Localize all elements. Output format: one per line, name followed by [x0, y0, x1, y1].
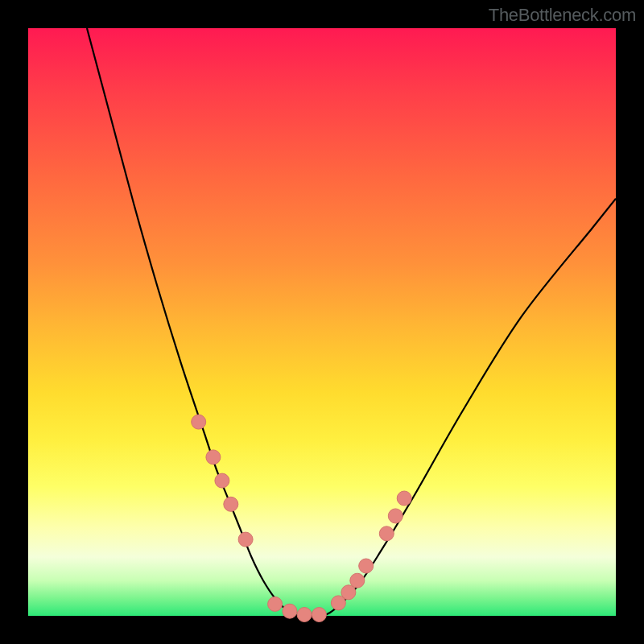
data-marker — [350, 573, 365, 588]
chart-frame: TheBottleneck.com — [0, 0, 644, 644]
data-marker — [224, 497, 238, 511]
data-markers — [192, 415, 412, 621]
data-marker — [297, 608, 312, 622]
bottleneck-curve — [87, 28, 616, 617]
data-marker — [192, 415, 206, 429]
data-marker — [268, 597, 283, 611]
data-marker — [215, 473, 229, 488]
data-marker — [283, 604, 297, 618]
data-marker — [238, 532, 253, 547]
data-marker — [206, 450, 221, 464]
data-marker — [312, 608, 326, 622]
data-marker — [359, 559, 374, 573]
attribution-label: TheBottleneck.com — [489, 5, 636, 26]
data-marker — [397, 491, 411, 506]
plot-area — [28, 28, 616, 616]
chart-svg — [28, 28, 616, 616]
data-marker — [388, 509, 402, 523]
data-marker — [379, 526, 394, 541]
